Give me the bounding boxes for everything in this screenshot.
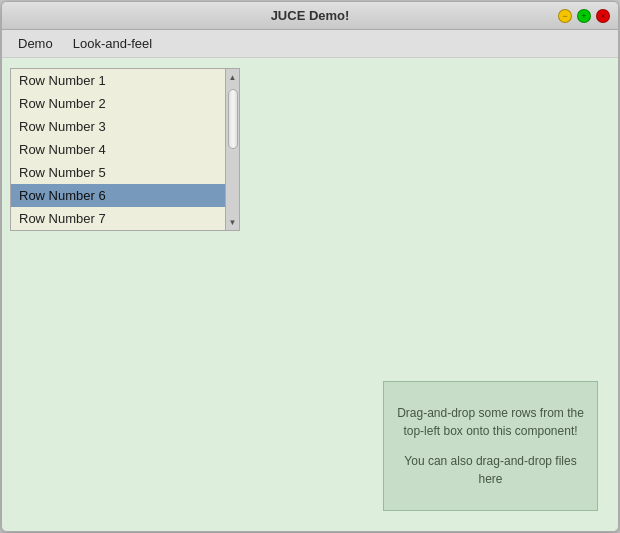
drop-zone-text1: Drag-and-drop some rows from the top-lef…: [396, 404, 585, 440]
window-title: JUCE Demo!: [271, 8, 350, 23]
scroll-up-arrow[interactable]: ▲: [226, 69, 239, 85]
list-item[interactable]: Row Number 6: [11, 184, 225, 207]
minimize-icon: −: [562, 11, 567, 21]
window-controls: − + ×: [558, 9, 610, 23]
list-item[interactable]: Row Number 3: [11, 115, 225, 138]
maximize-button[interactable]: +: [577, 9, 591, 23]
close-button[interactable]: ×: [596, 9, 610, 23]
list-items: Row Number 1Row Number 2Row Number 3Row …: [11, 69, 225, 230]
main-window: JUCE Demo! − + × Demo Look-and-feel Row …: [1, 1, 619, 532]
main-content: Row Number 1Row Number 2Row Number 3Row …: [2, 58, 618, 531]
scroll-down-arrow[interactable]: ▼: [226, 214, 239, 230]
list-item[interactable]: Row Number 2: [11, 92, 225, 115]
list-item[interactable]: Row Number 7: [11, 207, 225, 230]
list-scroll-area: Row Number 1Row Number 2Row Number 3Row …: [11, 69, 239, 230]
menu-item-demo[interactable]: Demo: [10, 33, 61, 54]
list-container: Row Number 1Row Number 2Row Number 3Row …: [10, 68, 240, 231]
list-item[interactable]: Row Number 5: [11, 161, 225, 184]
maximize-icon: +: [581, 11, 586, 21]
menu-bar: Demo Look-and-feel: [2, 30, 618, 58]
menu-item-look-and-feel[interactable]: Look-and-feel: [65, 33, 161, 54]
title-bar: JUCE Demo! − + ×: [2, 2, 618, 30]
scrollbar[interactable]: ▲ ▼: [225, 69, 239, 230]
close-icon: ×: [600, 11, 605, 21]
list-item[interactable]: Row Number 1: [11, 69, 225, 92]
scroll-thumb[interactable]: [228, 89, 238, 149]
minimize-button[interactable]: −: [558, 9, 572, 23]
scroll-track: [226, 85, 239, 214]
drop-zone-text2: You can also drag-and-drop files here: [396, 452, 585, 488]
drop-zone[interactable]: Drag-and-drop some rows from the top-lef…: [383, 381, 598, 511]
list-item[interactable]: Row Number 4: [11, 138, 225, 161]
